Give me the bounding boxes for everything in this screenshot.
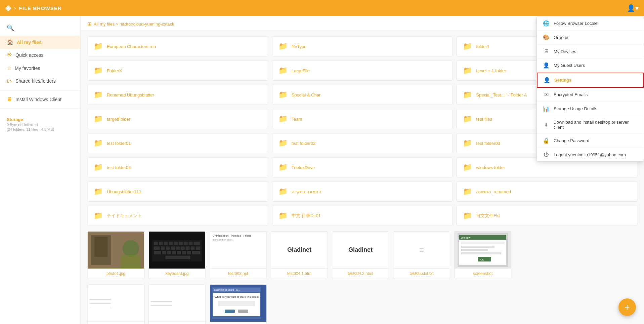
svg-rect-12 <box>179 242 183 245</box>
svg-rect-2 <box>94 237 108 256</box>
folder-icon: 📁 <box>94 139 103 148</box>
folder-name: test folder03 <box>476 141 500 146</box>
folder-card[interactable]: 📁 test folder01 <box>87 133 268 153</box>
file-card-extra3[interactable]: GladNet File Share - W... What do you wa… <box>210 284 267 324</box>
folder-card[interactable]: 📁 LargeFile <box>272 60 453 81</box>
file-card-test003[interactable]: Chtranslation - Instbase - Folder some t… <box>210 231 267 279</box>
svg-rect-24 <box>196 246 200 250</box>
file-card-extra2[interactable]: ————————— ————————— <box>148 284 206 324</box>
folder-card[interactable]: 📁 中文-目录Dir01 <box>272 206 453 226</box>
file-card-extra1[interactable]: ————————— ————————— ————————— <box>87 284 144 324</box>
folder-name: test folder04 <box>107 165 131 170</box>
sidebar-label-shared-files: Shared files/folders <box>15 78 56 84</box>
folder-card[interactable]: 📁 Renamed Übungsblatter <box>87 85 268 105</box>
file-card-screenshot[interactable]: Window OK screenshot <box>454 231 511 279</box>
dropdown-label-change-password: Change Password <box>554 138 589 143</box>
folder-icon: 📁 <box>94 211 103 220</box>
sidebar-item-shared-files[interactable]: ⌲ Shared files/folders <box>0 75 80 87</box>
file-card-test005[interactable]: ≡ test005.txt.txt <box>393 231 450 279</box>
dropdown-item-logout[interactable]: ⏻ Logout yueningliu19951@yahoo.com <box>537 148 644 161</box>
sidebar-item-my-favorites[interactable]: ☆ My favorites <box>0 62 80 75</box>
sidebar-search-area: 🔍 <box>0 22 80 36</box>
app-logo: ◈ <box>5 4 11 12</box>
folder-card[interactable]: 📁 テイドキュメント <box>87 206 268 226</box>
dropdown-item-storage-usage[interactable]: 📊 Storage Usage Details <box>537 102 644 116</box>
folder-card[interactable]: 📁 test folder02 <box>272 133 453 153</box>
sidebar-item-quick-access[interactable]: 👁 Quick access <box>0 49 80 62</box>
folder-icon: 📁 <box>94 42 103 51</box>
folder-icon: 📁 <box>94 187 103 196</box>
svg-rect-10 <box>169 242 173 245</box>
folder-card[interactable]: 📁 test folder04 <box>87 157 268 177</box>
file-name-test003: test003.ppt <box>210 269 266 279</box>
svg-rect-29 <box>177 251 181 254</box>
sidebar-item-all-my-files[interactable]: 🏠 All my files <box>0 36 80 49</box>
file-card-keyboard[interactable]: keyboard.jpg <box>148 231 206 279</box>
folder-icon: 📁 <box>94 163 103 172</box>
file-card-photo1[interactable]: photo1.jpg <box>87 231 144 279</box>
svg-rect-4 <box>121 255 141 269</box>
star-icon: ☆ <box>7 65 11 71</box>
thumbnail-image-extra3: GladNet File Share - W... What do you wa… <box>210 285 266 322</box>
folder-icon: 📁 <box>94 66 103 75</box>
folder-card[interactable]: 📁 התמונה בתקייה <box>272 181 453 202</box>
svg-text:What do you want to store this: What do you want to store this piece? <box>215 295 260 298</box>
dropdown-item-locale[interactable]: 🌐 Follow Browser Locale <box>537 16 644 31</box>
thumbnails-row-2: ————————— ————————— ————————— ————————— … <box>81 284 644 324</box>
dropdown-item-encrypted-emails[interactable]: ✉ Encrypted Emails <box>537 88 644 102</box>
dropdown-item-settings[interactable]: 👤 Settings <box>537 73 644 88</box>
folder-card[interactable]: 📁 日文文件Fld <box>457 206 637 226</box>
globe-icon: 🌐 <box>543 20 550 27</box>
file-name-screenshot: screenshot <box>455 269 511 279</box>
folder-card[interactable]: 📁 התמונה_renamed <box>457 181 637 202</box>
svg-rect-50 <box>218 301 255 306</box>
folder-name: folder1 <box>476 44 489 49</box>
folder-name: Übungsblätter111 <box>107 189 141 194</box>
storage-detail: 0 Byte of Unlimited <box>7 123 74 127</box>
lock-icon: 🔒 <box>543 137 550 144</box>
sidebar-label-my-favorites: My favorites <box>15 66 40 71</box>
dropdown-item-change-password[interactable]: 🔒 Change Password <box>537 134 644 148</box>
dropdown-item-orange[interactable]: 🎨 Orange <box>537 31 644 45</box>
svg-rect-11 <box>174 242 178 245</box>
svg-rect-27 <box>167 251 171 254</box>
folder-card[interactable]: 📁 Übungsblätter111 <box>87 181 268 202</box>
folder-card[interactable]: 📁 European Characters ren <box>87 36 268 56</box>
folder-card[interactable]: 📁 fileType <box>272 36 453 56</box>
header-right: 👤▾ <box>627 4 639 12</box>
folder-icon: 📁 <box>278 66 288 75</box>
dropdown-item-download-client[interactable]: ⬇ Download and install desktop or server… <box>537 116 644 134</box>
file-card-test004-1[interactable]: Gladinet test004.1.htm <box>271 231 328 279</box>
guest-icon: 👤 <box>543 62 550 69</box>
search-icon[interactable]: 🔍 <box>7 24 14 32</box>
dropdown-item-guest-users[interactable]: 👤 My Guest Users <box>537 58 644 73</box>
thumbnail-image-screenshot: Window OK <box>455 232 511 269</box>
header: ◈ > FILE BROWSER 👤▾ <box>0 0 644 16</box>
folder-card[interactable]: 📁 Special & Char <box>272 85 453 105</box>
svg-rect-33 <box>165 256 190 259</box>
file-name-extra1 <box>88 322 144 324</box>
dropdown-label-locale: Follow Browser Locale <box>554 21 598 26</box>
folder-card[interactable]: 📁 Team <box>272 109 453 129</box>
dropdown-label-my-devices: My Devices <box>554 49 576 54</box>
thumbnail-image-photo1 <box>88 232 144 269</box>
sidebar-item-install-client[interactable]: 🖥 Install Windows Client <box>0 93 80 106</box>
fab-add-button[interactable]: + <box>618 298 636 316</box>
folder-name: 日文文件Fld <box>476 213 500 219</box>
svg-rect-8 <box>159 242 163 245</box>
folder-card[interactable]: 📁 FolderX <box>87 60 268 81</box>
svg-rect-39 <box>461 246 495 248</box>
eye-icon: 👁 <box>7 52 12 58</box>
folder-card[interactable]: 📁 targetFolder <box>87 109 268 129</box>
folder-name: European Characters ren <box>107 44 156 49</box>
header-left: ◈ > FILE BROWSER <box>5 4 62 12</box>
folder-icon: 📁 <box>463 163 472 172</box>
file-name-test004-1: test004.1.htm <box>271 269 328 279</box>
folder-card[interactable]: 📁 TriofoxDrive <box>272 157 453 177</box>
share-icon: ⌲ <box>7 78 12 84</box>
user-menu-button[interactable]: 👤▾ <box>627 4 639 12</box>
svg-rect-40 <box>461 249 488 251</box>
dropdown-item-my-devices[interactable]: 🖥 My Devices <box>537 45 644 58</box>
storage-info: (24 folders, 11 files - 4.8 MB) <box>7 127 74 131</box>
file-card-test004-2[interactable]: Gladinet test004.2.html <box>332 231 389 279</box>
